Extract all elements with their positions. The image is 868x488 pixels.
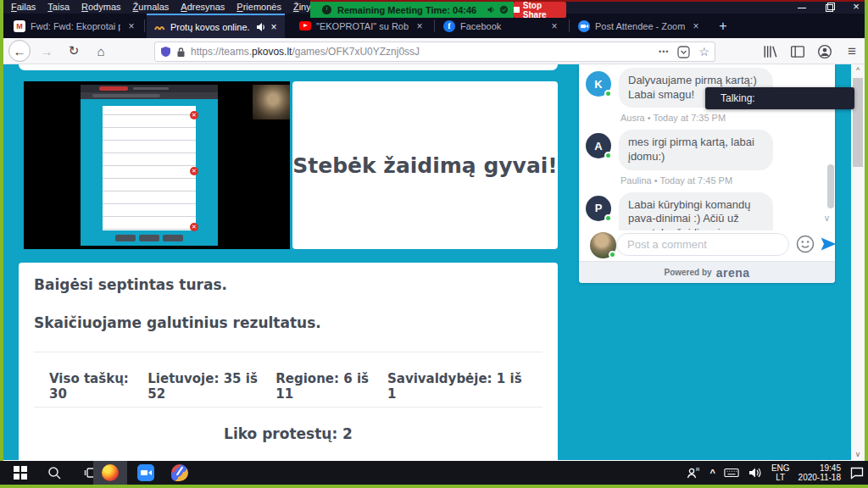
emoji-icon[interactable] [796,235,815,253]
share-border-left [0,0,3,488]
share-border-bottom [0,485,868,488]
tab-audio-icon[interactable] [256,22,266,32]
search-button[interactable] [37,461,71,485]
webcam-thumbnail [253,85,290,119]
facebook-icon: f [443,20,455,32]
protests-left-label: Liko protestų: 2 [19,425,558,442]
stats-row: Viso taškų: 30 Lietuvoje: 35 iš 52 Regio… [49,371,531,402]
new-tab-icon[interactable]: + [714,17,732,36]
send-icon[interactable] [820,236,835,252]
taskbar-zoom[interactable] [129,461,163,485]
chat-scrollbar[interactable] [827,164,834,208]
people-icon[interactable]: R [686,465,701,480]
url-bar[interactable]: https://teams.pkovos.lt/games/OFK7xU0YZz… [154,42,715,62]
menu-history[interactable]: Žurnalas [127,1,175,14]
quiz-icon [153,21,165,33]
watch-live-card: Stebėk žaidimą gyvai! [292,81,558,249]
round-finished-label: Baigėsi septintas turas. [34,276,227,293]
live-video-preview[interactable]: ✕ ✕ ✕ [24,81,290,249]
keyboard-icon[interactable] [724,465,739,480]
calculating-label: Skaičiuojame galutinius rezultatus. [34,314,321,331]
library-icon[interactable] [763,44,778,59]
tracking-shield-icon[interactable] [160,46,171,58]
menu-edit[interactable]: Taisa [42,1,75,14]
stat-total-points: Viso taškų: 30 [49,371,147,402]
chat-message: P Labai kūrybingi komandų pava-dinimai :… [586,192,828,231]
windows-logo-icon [14,466,27,480]
meeting-time-label: Remaining Meeting Time: 04:46 [337,5,476,15]
speaker-icon[interactable] [487,4,496,15]
minimize-icon[interactable] [797,2,807,12]
user-avatar [590,232,616,258]
avatar: P [586,196,611,221]
clock-icon [322,5,331,14]
action-center-icon[interactable] [849,465,865,480]
arena-logo[interactable]: arena [716,266,750,280]
page-scrollbar[interactable]: ^ v [851,64,865,460]
start-button[interactable] [3,461,37,485]
chevron-down-icon[interactable]: v [825,214,829,223]
language-indicator[interactable]: ENG LT [771,463,790,482]
page-actions-icon[interactable]: ••• [659,47,669,56]
close-icon[interactable]: × [125,20,137,32]
volume-icon[interactable] [748,465,763,480]
stop-icon [514,7,520,13]
stop-share-button[interactable]: Stop Share [514,2,566,18]
stat-municipality: Savivaldybėje: 1 iš 1 [387,371,531,402]
comment-input[interactable] [616,233,789,256]
svg-text:R: R [696,467,700,472]
powered-by-label: Powered by [665,268,712,277]
share-border-right [865,0,868,488]
tab-gmail[interactable]: M Fwd: Fwd: Ekoprotai prisijungim × [7,14,142,38]
desktop-screen: Failas Taisa Rodymas Žurnalas Adresynas … [0,0,868,488]
pocket-icon[interactable] [677,46,690,58]
avatar: A [586,133,611,158]
taskbar-firefox[interactable] [93,461,127,485]
chat-message: A mes irgi pirmą kartą, labai įdomu:) [586,130,828,169]
account-icon[interactable] [817,44,832,59]
taskbar-paint3d[interactable] [163,461,197,485]
bookmark-star-icon[interactable]: ☆ [698,45,709,58]
stat-lithuania: Lietuvoje: 35 iš 52 [147,371,275,402]
page-background: ✕ ✕ ✕ Stebėk žaidimą gyvai! Baigėsi sept… [3,64,851,460]
hidden-icons-chevron[interactable]: ^ [709,468,715,478]
sidebars-icon[interactable] [790,44,805,59]
scroll-down-icon[interactable]: v [851,450,865,458]
tab-zoom[interactable]: Post Attendee - Zoom × [571,14,707,38]
zoom-app-icon [137,464,154,481]
online-dot [609,251,616,258]
online-dot [604,90,612,97]
menu-tools[interactable]: Priemonės [231,1,287,14]
menu-file[interactable]: Failas [5,1,42,14]
menu-icon[interactable]: ≡ [844,44,860,59]
menu-bookmarks[interactable]: Adresynas [175,1,231,14]
results-card: Baigėsi septintas turas. Skaičiuojame ga… [19,263,558,460]
gmail-icon: M [14,20,25,32]
scrolled-card-edge [19,64,558,70]
reload-icon[interactable]: ↻ [63,40,85,62]
shield-check-icon[interactable] [499,4,509,15]
close-icon[interactable]: × [414,20,426,32]
close-icon[interactable]: × [268,21,280,33]
close-icon[interactable]: × [548,20,560,32]
message-bubble: Labai kūrybingi komandų pava-dinimai :) … [619,192,773,231]
navigation-toolbar: ← → ↻ ⌂ https://teams.pkovos.lt/games/OF… [3,38,865,64]
system-tray: R ^ ENG LT 19:45 2020-11-18 [686,461,865,485]
menu-view[interactable]: Rodymas [75,1,126,14]
forward-icon[interactable]: → [36,40,58,62]
zoom-meeting-banner: Remaining Meeting Time: 04:46 [310,2,514,18]
youtube-icon [299,20,311,32]
restore-icon[interactable] [824,2,834,12]
tab-quiz-active[interactable]: Protų kovos online. Intelekt × [147,14,285,38]
close-window-icon[interactable]: × [851,2,861,12]
search-icon [47,466,62,480]
scroll-up-icon[interactable]: ^ [851,66,865,75]
back-icon[interactable]: ← [8,40,31,62]
chat-footer: Powered by arena [579,261,835,283]
clock-date[interactable]: 19:45 2020-11-18 [798,463,841,482]
watch-live-label: Stebėk žaidimą gyvai! [292,153,558,178]
close-icon[interactable]: × [690,20,702,32]
home-icon[interactable]: ⌂ [90,40,112,62]
divider [34,407,542,408]
message-meta: Paulina • Today at 7:45 PM [620,175,828,186]
